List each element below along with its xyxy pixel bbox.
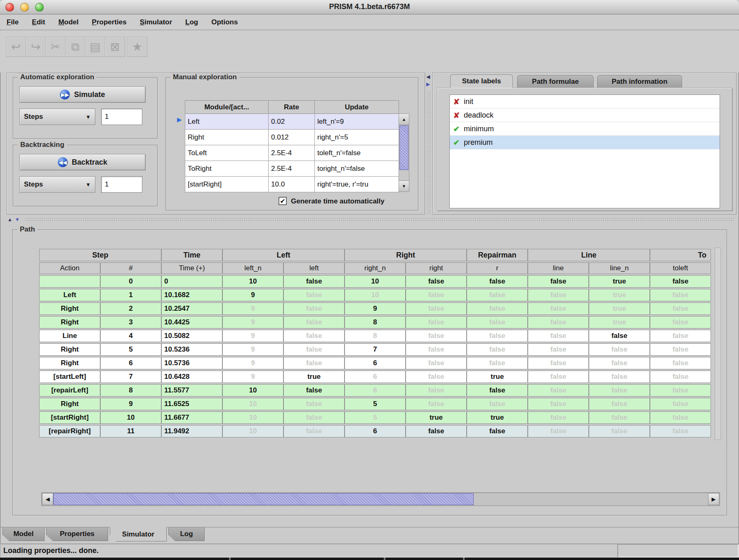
path-cell[interactable]: 7 bbox=[345, 343, 406, 356]
path-col-header[interactable]: right_n bbox=[345, 262, 406, 274]
path-cell[interactable]: false bbox=[283, 275, 345, 288]
horizontal-splitter[interactable]: ▲ ▼ bbox=[6, 216, 734, 222]
path-cell[interactable]: 6 bbox=[345, 425, 406, 437]
menu-item-properties[interactable]: Properties bbox=[92, 18, 127, 26]
main-tab-log[interactable]: Log bbox=[168, 527, 205, 541]
path-cell[interactable]: false bbox=[467, 289, 528, 301]
path-cell[interactable]: false bbox=[406, 371, 467, 383]
path-cell[interactable]: 10 bbox=[222, 384, 283, 397]
path-cell[interactable]: false bbox=[406, 330, 467, 342]
simulate-steps-dropdown[interactable]: Steps ▼ bbox=[19, 109, 95, 125]
manual-cell[interactable]: right'=true, r'=tru bbox=[315, 177, 399, 192]
path-group-header-to[interactable]: To bbox=[650, 249, 711, 261]
manual-cell[interactable]: Right bbox=[185, 130, 269, 145]
path-col-header[interactable]: line_n bbox=[589, 262, 650, 274]
path-cell[interactable]: 10 bbox=[222, 411, 283, 424]
path-cell[interactable]: Right bbox=[39, 316, 100, 328]
path-table-row[interactable]: Right210.25479false9falsefalsefalsetruef… bbox=[39, 302, 711, 315]
tab-state-labels[interactable]: State labels bbox=[450, 74, 513, 88]
path-cell[interactable]: false bbox=[528, 316, 589, 328]
path-cell[interactable]: false bbox=[406, 398, 467, 410]
path-cell[interactable]: false bbox=[406, 316, 467, 328]
path-cell[interactable]: 6 bbox=[345, 384, 406, 397]
path-cell[interactable]: true bbox=[589, 275, 650, 288]
path-cell[interactable]: 5 bbox=[100, 343, 161, 356]
path-cell[interactable]: Left bbox=[39, 289, 100, 301]
path-cell[interactable]: 9 bbox=[222, 289, 283, 301]
path-cell[interactable]: false bbox=[283, 330, 345, 342]
manual-cell[interactable]: left_n'=9 bbox=[315, 114, 399, 130]
path-cell[interactable]: [repairRight] bbox=[39, 425, 100, 437]
path-cell[interactable]: 6 bbox=[345, 371, 406, 383]
manual-table-row[interactable]: Left0.02left_n'=9 bbox=[185, 114, 399, 130]
path-cell[interactable]: false bbox=[650, 411, 711, 424]
redo-button[interactable]: ↪ bbox=[26, 37, 46, 57]
favorite-button[interactable]: ★ bbox=[127, 37, 147, 57]
scroll-right-icon[interactable]: ▶ bbox=[708, 493, 719, 505]
path-cell[interactable]: 10 bbox=[222, 275, 283, 288]
path-cell[interactable]: 8 bbox=[345, 330, 406, 342]
path-cell[interactable]: false bbox=[589, 330, 650, 342]
main-tab-model[interactable]: Model bbox=[2, 527, 45, 541]
collapse-left-icon[interactable]: ◀ bbox=[426, 74, 430, 79]
path-group-header-right[interactable]: Right bbox=[345, 249, 467, 261]
manual-col-header[interactable]: Module/[act... bbox=[185, 101, 269, 114]
path-cell[interactable]: false bbox=[406, 289, 467, 301]
path-cell[interactable]: 9 bbox=[222, 330, 283, 342]
path-cell[interactable]: 8 bbox=[345, 316, 406, 328]
path-table-row[interactable]: [repairRight]1111.949210false6falsefalse… bbox=[39, 425, 711, 437]
path-cell[interactable]: 8 bbox=[100, 384, 161, 397]
path-col-header[interactable]: # bbox=[100, 262, 161, 274]
manual-cell[interactable]: 0.012 bbox=[269, 130, 315, 145]
path-cell[interactable]: false bbox=[650, 275, 711, 288]
manual-table-row[interactable]: ToRight2.5E-4toright_n'=false bbox=[185, 161, 399, 177]
path-cell[interactable]: false bbox=[650, 384, 711, 397]
path-cell[interactable]: 11.5577 bbox=[161, 384, 222, 397]
manual-cell[interactable]: toleft_n'=false bbox=[315, 145, 399, 161]
path-col-header[interactable]: Time (+) bbox=[161, 262, 222, 274]
path-cell[interactable]: false bbox=[528, 289, 589, 301]
scroll-up-icon[interactable]: ▲ bbox=[399, 114, 409, 125]
path-cell[interactable]: true bbox=[406, 411, 467, 424]
path-cell[interactable]: 10 bbox=[222, 425, 283, 437]
path-table-row[interactable]: Right911.652510false5falsefalsefalsefals… bbox=[39, 398, 711, 410]
path-cell[interactable]: false bbox=[528, 425, 589, 437]
manual-cell[interactable]: Left bbox=[185, 114, 269, 130]
path-cell[interactable]: false bbox=[406, 384, 467, 397]
path-cell[interactable]: false bbox=[650, 357, 711, 369]
path-cell[interactable]: 3 bbox=[100, 316, 161, 328]
path-cell[interactable]: false bbox=[283, 411, 345, 424]
path-cell[interactable]: false bbox=[283, 289, 345, 301]
path-cell[interactable]: false bbox=[528, 371, 589, 383]
state-label-item-premium[interactable]: ✔premium bbox=[450, 136, 720, 149]
manual-cell[interactable]: 10.0 bbox=[269, 177, 315, 192]
path-cell[interactable]: 10 bbox=[345, 275, 406, 288]
path-cell[interactable]: 6 bbox=[345, 357, 406, 369]
state-label-item-minimum[interactable]: ✔minimum bbox=[450, 122, 720, 136]
menu-item-file[interactable]: File bbox=[7, 18, 19, 26]
path-cell[interactable]: false bbox=[528, 302, 589, 315]
manual-cell[interactable]: 2.5E-4 bbox=[269, 145, 315, 161]
path-col-header[interactable]: Action bbox=[39, 262, 100, 274]
path-cell[interactable]: 9 bbox=[222, 343, 283, 356]
manual-col-header[interactable]: Update bbox=[315, 101, 399, 114]
path-group-header-step[interactable]: Step bbox=[39, 249, 161, 261]
path-cell[interactable]: false bbox=[467, 357, 528, 369]
state-label-item-deadlock[interactable]: ✘deadlock bbox=[450, 109, 720, 122]
path-cell[interactable]: false bbox=[589, 425, 650, 437]
menu-item-model[interactable]: Model bbox=[58, 18, 78, 26]
main-tab-simulator[interactable]: Simulator bbox=[110, 527, 167, 541]
path-table-row[interactable]: [repairLeft]811.557710false6falsefalsefa… bbox=[39, 384, 711, 397]
path-cell[interactable]: 10 bbox=[222, 398, 283, 410]
undo-button[interactable]: ↩ bbox=[6, 37, 26, 57]
manual-table-row[interactable]: ToLeft2.5E-4toleft_n'=false bbox=[185, 145, 399, 161]
menu-item-log[interactable]: Log bbox=[185, 18, 198, 26]
path-cell[interactable]: 10.5082 bbox=[161, 330, 222, 342]
collapse-down-icon[interactable]: ▼ bbox=[15, 217, 20, 222]
path-cell[interactable]: Right bbox=[39, 357, 100, 369]
path-cell[interactable]: 10.2547 bbox=[161, 302, 222, 315]
path-group-header-repairman[interactable]: Repairman bbox=[467, 249, 528, 261]
path-cell[interactable]: false bbox=[467, 343, 528, 356]
path-table-row[interactable]: Right510.52369false7falsefalsefalsefalse… bbox=[39, 343, 711, 356]
manual-scrollbar-thumb[interactable] bbox=[399, 125, 408, 170]
